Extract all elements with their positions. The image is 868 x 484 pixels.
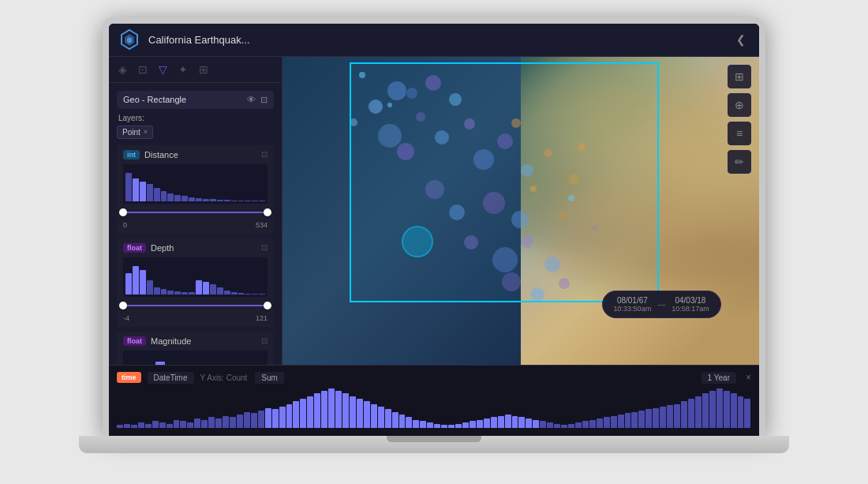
timeline-bar (251, 413, 257, 427)
distance-range-slider[interactable] (123, 207, 268, 218)
timeline-bar (145, 424, 152, 428)
end-time: 10:58:17am (672, 305, 709, 313)
quake-dot (544, 149, 552, 157)
timeline-bar (716, 388, 723, 428)
timeline-bar (180, 421, 186, 427)
timeline-axis-value[interactable]: Sum (255, 372, 284, 384)
hist-bar (147, 184, 153, 201)
hist-bar (224, 291, 230, 294)
timeline-bar (272, 409, 279, 427)
remove-point-layer-icon[interactable]: × (144, 128, 148, 136)
quake-dot (497, 133, 513, 149)
quake-dot (559, 278, 570, 289)
distance-range-thumb-low[interactable] (119, 208, 127, 216)
tab-layers-icon[interactable]: ◈ (118, 63, 127, 76)
timeline-bar (174, 420, 180, 428)
timeline-bar (434, 424, 440, 428)
delete-magnitude-filter-icon[interactable]: ⊡ (261, 336, 268, 345)
point-layer-tag[interactable]: Point × (117, 126, 153, 139)
timeline-bar (201, 420, 208, 428)
timeline-bar (371, 404, 377, 428)
hist-bar (181, 292, 188, 295)
timeline-bar (575, 422, 582, 428)
depth-type-badge: float (123, 243, 146, 253)
quake-dot (593, 226, 597, 231)
geo-filter-section: Geo - Rectangle 👁 ⊡ Layers: Point (117, 91, 274, 139)
timeline-bar (117, 425, 123, 427)
depth-field-name: Depth (151, 243, 261, 253)
depth-range-thumb-high[interactable] (264, 302, 271, 310)
hist-bar (203, 282, 209, 294)
timeline-bar (526, 418, 532, 428)
depth-range-fill (123, 305, 268, 306)
distance-type-badge: int (123, 150, 140, 159)
timeline-bar (279, 407, 286, 428)
tab-dataset-icon[interactable]: ⊡ (138, 63, 148, 76)
timeline-bar (357, 399, 363, 428)
quake-dot (483, 192, 505, 214)
quake-dot (406, 88, 417, 99)
map-area[interactable]: 08/01/67 10:33:50am — 04/03/18 10:58:17a… (282, 57, 759, 365)
timeline-bar (462, 422, 469, 428)
globe-view-button[interactable]: ⊕ (728, 93, 751, 117)
draw-tool-button[interactable]: ✏ (728, 150, 751, 174)
list-view-button[interactable]: ≡ (728, 122, 751, 145)
delete-geo-filter-icon[interactable]: ⊡ (260, 95, 268, 105)
distance-range-thumb-high[interactable] (264, 208, 271, 216)
timeline-bar (731, 393, 737, 427)
timeline-bar (194, 418, 200, 428)
quake-dot (416, 112, 425, 122)
collapse-panel-button[interactable]: ❮ (732, 31, 750, 48)
hist-bar (161, 289, 167, 295)
magnitude-type-badge: float (123, 336, 146, 346)
timeline-bar (399, 415, 406, 428)
quake-dot (492, 247, 518, 272)
visibility-toggle-icon[interactable]: 👁 (247, 95, 256, 105)
timeline-bar (364, 401, 370, 427)
timeline-bar (533, 420, 539, 428)
quake-dot (473, 149, 494, 170)
layer-tags: Point × (117, 126, 274, 139)
delete-distance-filter-icon[interactable]: ⊡ (261, 150, 268, 159)
earthquake-points-layer (282, 57, 759, 365)
laptop-wrapper: California Earthquak... ❮ ◈ ⊡ ▽ ✦ ⊞ (95, 17, 773, 467)
tab-effect-icon[interactable]: ✦ (178, 63, 188, 76)
hist-bar (238, 201, 245, 201)
grid-view-button[interactable]: ⊞ (728, 65, 751, 88)
quake-dot (502, 272, 521, 291)
quake-dot (578, 143, 586, 151)
timeline-arrow-icon: — (657, 300, 665, 309)
timeline-end-date: 04/03/18 10:58:17am (672, 296, 709, 313)
quake-dot (464, 235, 478, 250)
close-timeline-button[interactable]: × (746, 372, 751, 383)
distance-field-name: Distance (144, 150, 261, 159)
hist-bar (133, 266, 139, 294)
timeline-bar (645, 409, 652, 427)
timeline-bar (604, 417, 610, 427)
timeline-bar (589, 420, 596, 428)
timeline-bar (166, 424, 173, 428)
magnitude-field-header: float Magnitude ⊡ (123, 336, 268, 346)
tab-map-icon[interactable]: ⊞ (199, 63, 208, 76)
depth-range-thumb-low[interactable] (119, 302, 127, 310)
timeline-range-selector[interactable]: 1 Year (702, 372, 736, 384)
timeline-axis-field[interactable]: DateTime (148, 372, 194, 384)
timeline-bar (441, 425, 447, 427)
timeline-bar (674, 404, 680, 428)
delete-depth-filter-icon[interactable]: ⊡ (261, 243, 268, 252)
depth-range-slider[interactable] (123, 300, 268, 311)
start-time: 10:33:50am (614, 305, 652, 313)
timeline-bar (660, 407, 666, 428)
timeline-bar (152, 421, 159, 427)
timeline-bar (244, 412, 250, 428)
y-axis-label: Y Axis: Count (200, 373, 248, 382)
right-toolbar: ⊞ ⊕ ≡ ✏ (728, 65, 751, 174)
hist-bar (196, 280, 202, 295)
timeline-bar (744, 399, 750, 428)
timeline-bar (498, 416, 504, 428)
timeline-bar (702, 393, 709, 427)
hist-bar (140, 182, 146, 201)
timeline-bar (307, 396, 313, 428)
timeline-bar (738, 396, 744, 428)
tab-filter-icon[interactable]: ▽ (159, 63, 167, 76)
